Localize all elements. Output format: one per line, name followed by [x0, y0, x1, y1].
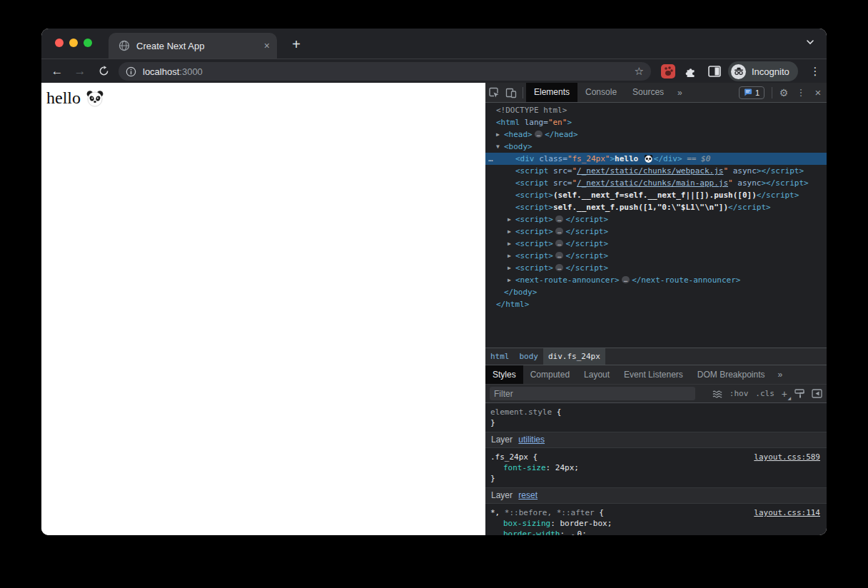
toggle-element-state-button[interactable]: :hov	[730, 389, 749, 398]
dom-tree-row[interactable]: <script src="/_next/static/chunks/main-a…	[485, 177, 827, 189]
breadcrumb-item-body[interactable]: body	[515, 348, 544, 365]
styles-tab-event-listeners[interactable]: Event Listeners	[617, 365, 690, 384]
address-bar[interactable]: localhost:3000 ☆	[118, 62, 651, 81]
window-close-button[interactable]	[55, 39, 64, 47]
styles-tab-list: StylesComputedLayoutEvent ListenersDOM B…	[485, 365, 772, 384]
css-property-line[interactable]: box-sizing: border-box;	[490, 518, 821, 529]
device-toolbar-icon[interactable]	[503, 83, 520, 102]
dom-tree-row[interactable]: <script src="/_next/static/chunks/webpac…	[485, 165, 827, 177]
computed-sidebar-toggle-icon[interactable]	[812, 389, 822, 398]
collapse-arrow-icon[interactable]: ▼	[496, 141, 500, 153]
dom-tree-row[interactable]: <!DOCTYPE html>	[485, 104, 827, 116]
dom-tree-row[interactable]: </body>	[485, 286, 827, 298]
styles-filter-bar: :hov .cls +◢	[485, 384, 827, 403]
css-property-line[interactable]: border-width: ▸0;	[490, 529, 821, 535]
expand-arrow-icon[interactable]: ▶	[508, 250, 511, 262]
dom-tree-row[interactable]: ▶<next-route-announcer>…</next-route-ann…	[485, 274, 827, 286]
styles-filter-input[interactable]	[490, 387, 695, 400]
devtools-close-icon[interactable]: ×	[809, 83, 827, 102]
styles-tab-dom-breakpoints[interactable]: DOM Breakpoints	[690, 365, 772, 384]
site-info-icon[interactable]	[126, 66, 136, 77]
font-editor-icon[interactable]	[794, 389, 804, 398]
devtools-settings-gear-icon[interactable]: ⚙	[775, 83, 792, 102]
stylesheet-source-link[interactable]: layout.css:114	[754, 507, 820, 518]
collapsed-content-ellipsis[interactable]: …	[555, 252, 563, 259]
styles-tab-computed[interactable]: Computed	[523, 365, 577, 384]
devtools-tab-console[interactable]: Console	[577, 83, 625, 102]
dom-tree-row[interactable]: ▶<script>…</script>	[485, 262, 827, 274]
element-classes-button[interactable]: .cls	[755, 389, 774, 398]
tab-title: Create Next App	[136, 41, 264, 51]
collapsed-content-ellipsis[interactable]: …	[555, 264, 563, 271]
inspect-element-icon[interactable]	[485, 83, 503, 102]
incognito-badge[interactable]: Incognito	[728, 61, 798, 81]
dom-tree-row[interactable]: </html>	[485, 298, 827, 310]
layer-link-reset[interactable]: reset	[518, 490, 538, 500]
browser-menu-kebab-icon[interactable]: ⋮	[807, 63, 823, 80]
dom-tree-row[interactable]: ▶<script>…</script>	[485, 238, 827, 250]
styles-tab-styles[interactable]: Styles	[485, 365, 523, 384]
browser-toolbar: ← → localhost:3000 ☆ Incognito ⋮	[41, 59, 827, 83]
more-panels-icon[interactable]: »	[672, 88, 688, 98]
back-button[interactable]: ←	[48, 59, 66, 83]
css-selector-line[interactable]: .fs_24px {layout.css:589	[490, 452, 821, 462]
extensions-puzzle-icon[interactable]	[684, 64, 698, 78]
tab-close-icon[interactable]: ×	[264, 41, 270, 51]
collapsed-content-ellipsis[interactable]: …	[555, 240, 563, 247]
dom-tree-row[interactable]: <script>(self.__next_f=self.__next_f||[]…	[485, 189, 827, 201]
breadcrumb-item-html[interactable]: html	[485, 348, 515, 365]
code-segment: </head>	[545, 130, 577, 139]
row-overflow-dots[interactable]: …	[488, 153, 493, 165]
more-styles-tabs-icon[interactable]: »	[772, 370, 789, 380]
code-segment: </script>	[565, 227, 608, 236]
layer-link-utilities[interactable]: utilities	[518, 435, 545, 445]
devtools-tab-elements[interactable]: Elements	[526, 83, 577, 102]
selector-text: .fs_24px {	[490, 452, 538, 462]
new-style-rule-button[interactable]: +◢	[782, 388, 787, 400]
window-zoom-button[interactable]	[84, 39, 92, 47]
dom-tree-row[interactable]: <html lang="en">	[485, 116, 827, 128]
window-minimize-button[interactable]	[69, 39, 78, 47]
forward-button[interactable]: →	[71, 59, 89, 83]
dom-tree-row[interactable]: ▶<script>…</script>	[485, 250, 827, 262]
breadcrumb-item-div-fs-24px[interactable]: div.fs_24px	[543, 348, 605, 365]
devtools-tab-sources[interactable]: Sources	[625, 83, 672, 102]
browser-tab[interactable]: Create Next App ×	[108, 33, 277, 59]
expand-arrow-icon[interactable]: ▶	[508, 225, 511, 238]
dom-tree-row[interactable]: ▶<script>…</script>	[485, 225, 827, 238]
side-panel-icon[interactable]	[707, 64, 722, 78]
dom-tree-row[interactable]: …<div class="fs_24px">hello </div> == $0	[485, 153, 827, 165]
expand-shorthand-icon[interactable]: ▸	[572, 532, 575, 535]
issues-counter[interactable]: 1	[739, 86, 764, 99]
expand-arrow-icon[interactable]: ▶	[508, 262, 511, 274]
expand-arrow-icon[interactable]: ▶	[508, 274, 511, 286]
dom-tree-row[interactable]: ▶<script>…</script>	[485, 213, 827, 225]
layer-separator: Layer utilities	[485, 432, 827, 448]
devtools-menu-kebab-icon[interactable]: ⋮	[792, 83, 809, 102]
code-segment: ></script>	[761, 178, 808, 188]
collapsed-content-ellipsis[interactable]: …	[535, 131, 542, 138]
style-layers-icon[interactable]	[712, 390, 722, 398]
reload-button[interactable]	[94, 59, 113, 83]
css-selector-line[interactable]: element.style {	[490, 407, 821, 417]
dom-tree-row[interactable]: ▼<body>	[485, 141, 827, 153]
dom-tree-row[interactable]: <script>self.__next_f.push([1,"0:\"$L1\"…	[485, 201, 827, 213]
css-property-line[interactable]: font-size: 24px;	[490, 462, 821, 473]
css-rule: element.style {}	[485, 403, 827, 432]
code-segment: </div>	[654, 154, 682, 163]
collapsed-content-ellipsis[interactable]: …	[555, 228, 563, 235]
new-tab-button[interactable]: +	[287, 35, 306, 54]
dom-tree-row[interactable]: ▶<head>…</head>	[485, 128, 827, 141]
expand-arrow-icon[interactable]: ▶	[508, 213, 511, 225]
bookmark-star-icon[interactable]: ☆	[635, 65, 644, 78]
styles-tab-layout[interactable]: Layout	[577, 365, 617, 384]
stylesheet-source-link[interactable]: layout.css:589	[754, 452, 820, 462]
tab-search-chevron-icon[interactable]	[805, 37, 815, 47]
collapsed-content-ellipsis[interactable]: …	[622, 276, 630, 283]
expand-arrow-icon[interactable]: ▶	[496, 128, 500, 141]
code-segment: ></script>	[757, 166, 804, 176]
extension-red-icon[interactable]	[661, 64, 675, 78]
collapsed-content-ellipsis[interactable]: …	[555, 216, 563, 223]
css-selector-line[interactable]: *, *::before, *::after {layout.css:114	[490, 507, 821, 518]
expand-arrow-icon[interactable]: ▶	[508, 238, 511, 250]
